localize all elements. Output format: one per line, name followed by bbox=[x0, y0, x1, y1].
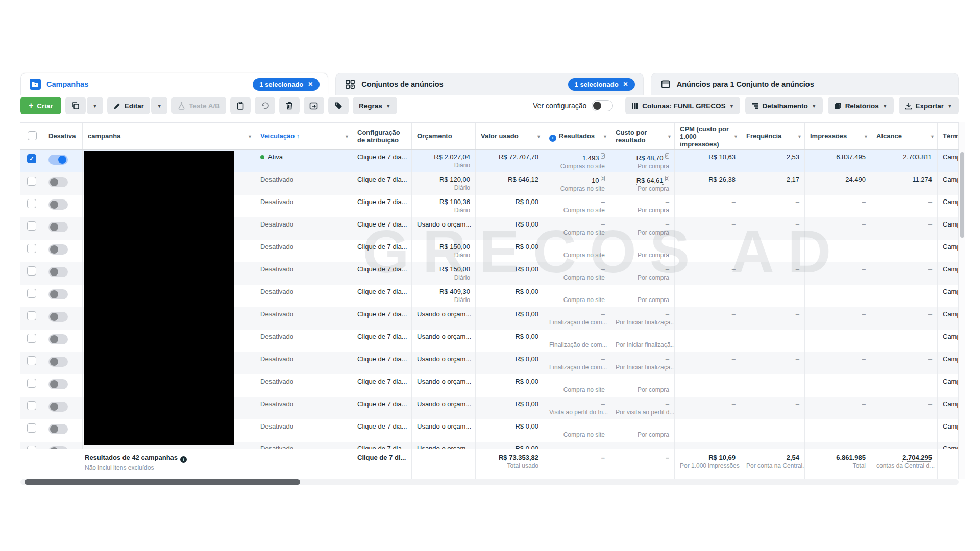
cell-value: – bbox=[928, 445, 932, 449]
import-export-button[interactable] bbox=[304, 97, 324, 114]
row-checkbox[interactable] bbox=[27, 334, 36, 343]
clear-selection-icon[interactable]: ✕ bbox=[308, 81, 313, 88]
vertical-scrollbar[interactable] bbox=[959, 122, 965, 479]
row-checkbox[interactable] bbox=[27, 379, 36, 388]
rules-button[interactable]: Regras ▼ bbox=[353, 97, 397, 114]
header-veiculacao[interactable]: Veiculação ↑▼ bbox=[255, 123, 352, 149]
vertical-scrollbar-thumb[interactable] bbox=[960, 152, 964, 238]
row-checkbox[interactable]: ✓ bbox=[27, 154, 36, 163]
row-toggle-cell bbox=[43, 217, 83, 240]
row-checkbox[interactable] bbox=[27, 221, 36, 231]
header-config[interactable]: Configuração de atribuição bbox=[352, 123, 412, 149]
view-setup-toggle[interactable] bbox=[592, 100, 613, 111]
row-toggle-cell bbox=[43, 262, 83, 285]
impressions-cell: – bbox=[805, 307, 871, 330]
campaign-toggle[interactable] bbox=[48, 402, 68, 412]
tab-conjuntos[interactable]: Conjuntos de anúncios 1 selecionado ✕ bbox=[335, 73, 643, 95]
row-checkbox[interactable] bbox=[27, 199, 36, 208]
duplicate-dropdown-button[interactable]: ▼ bbox=[87, 97, 103, 114]
tab-anuncios[interactable]: Anúncios para 1 Conjunto de anúncios bbox=[651, 73, 959, 95]
info-icon[interactable]: i bbox=[549, 135, 556, 142]
campaign-toggle[interactable] bbox=[48, 177, 68, 187]
header-alcance[interactable]: Alcance▼ bbox=[871, 123, 938, 149]
sort-caret-icon[interactable]: ▼ bbox=[345, 133, 349, 141]
cell-value[interactable]: R$ 64,61 bbox=[636, 177, 664, 185]
campaign-toggle[interactable] bbox=[48, 244, 68, 255]
row-checkbox[interactable] bbox=[27, 401, 36, 410]
reports-button[interactable]: Relatórios ▼ bbox=[828, 97, 894, 114]
cell-value: – bbox=[796, 288, 799, 295]
cell-value: R$ 150,00 bbox=[439, 243, 470, 251]
cell-value: Usando o orçam... bbox=[417, 378, 471, 385]
horizontal-scrollbar[interactable] bbox=[20, 479, 959, 485]
campaign-toggle[interactable] bbox=[48, 222, 68, 232]
undo-button[interactable] bbox=[255, 97, 275, 114]
select-all-checkbox[interactable] bbox=[28, 131, 37, 140]
header-orcamento[interactable]: Orçamento bbox=[412, 123, 476, 149]
clear-selection-icon[interactable]: ✕ bbox=[623, 81, 628, 88]
cell-value[interactable]: 1.493 bbox=[582, 154, 599, 162]
sort-caret-icon[interactable]: ▼ bbox=[797, 133, 802, 141]
cpm-cell: – bbox=[675, 240, 741, 262]
sort-caret-icon[interactable]: ▼ bbox=[864, 133, 868, 141]
horizontal-scrollbar-thumb[interactable] bbox=[24, 479, 300, 485]
row-toggle-cell bbox=[43, 397, 83, 419]
info-icon[interactable]: i bbox=[180, 456, 187, 463]
cell-value: Usando o orçam... bbox=[417, 400, 471, 408]
sort-caret-icon[interactable]: ▼ bbox=[667, 133, 672, 141]
campaign-toggle[interactable] bbox=[48, 267, 68, 277]
row-checkbox[interactable] bbox=[27, 356, 36, 365]
sort-caret-icon[interactable]: ▼ bbox=[536, 133, 541, 141]
duplicate-button[interactable] bbox=[65, 97, 86, 114]
sort-caret-icon[interactable]: ▼ bbox=[248, 133, 252, 141]
campaign-toggle[interactable] bbox=[48, 199, 68, 210]
clipboard-button[interactable] bbox=[230, 97, 251, 114]
attribution-cell: Clique de 7 dia... bbox=[352, 217, 412, 240]
campaign-toggle[interactable] bbox=[48, 312, 68, 322]
cell-value[interactable]: 10 bbox=[592, 177, 599, 185]
delivery-status-cell: Desativado bbox=[255, 285, 352, 307]
header-termino[interactable]: Térmi bbox=[938, 123, 959, 149]
header-cpm[interactable]: CPM (custo por 1.000 impressões)▼ bbox=[675, 123, 741, 149]
campaign-toggle[interactable] bbox=[48, 424, 68, 434]
tag-button[interactable] bbox=[328, 97, 349, 114]
columns-button[interactable]: Colunas: FUNIL GRECOS ▼ bbox=[625, 97, 740, 114]
delete-button[interactable] bbox=[279, 97, 300, 114]
sort-caret-icon[interactable]: ▼ bbox=[733, 133, 738, 141]
header-campanha[interactable]: campanha▼ bbox=[83, 123, 255, 149]
campaign-toggle[interactable] bbox=[48, 289, 68, 299]
row-checkbox[interactable] bbox=[27, 266, 36, 276]
header-impressoes[interactable]: Impressões▼ bbox=[805, 123, 871, 149]
cell-sublabel: Compras no site bbox=[549, 185, 605, 192]
row-checkbox[interactable] bbox=[27, 244, 36, 253]
campaign-toggle[interactable] bbox=[48, 334, 68, 344]
export-button[interactable]: Exportar ▼ bbox=[899, 97, 959, 114]
summary-alcance: 2.704.295contas da Central d... bbox=[871, 449, 938, 479]
tab-campanhas[interactable]: Campanhas 1 selecionado ✕ bbox=[20, 73, 328, 95]
ab-test-button[interactable]: Teste A/B bbox=[172, 97, 226, 114]
header-toggle[interactable]: Desativa bbox=[43, 123, 83, 149]
header-valor[interactable]: Valor usado▼ bbox=[476, 123, 544, 149]
row-checkbox[interactable] bbox=[27, 423, 36, 433]
end-date-cell: Campa bbox=[938, 217, 959, 240]
campaign-toggle[interactable] bbox=[48, 155, 68, 165]
breakdown-button[interactable]: Detalhamento ▼ bbox=[745, 97, 822, 114]
edit-button[interactable]: Editar bbox=[107, 97, 150, 114]
edit-dropdown-button[interactable]: ▼ bbox=[151, 97, 167, 114]
sort-caret-icon[interactable]: ▼ bbox=[603, 133, 607, 141]
campaign-toggle[interactable] bbox=[48, 379, 68, 389]
header-resultados[interactable]: iResultados▼ bbox=[544, 123, 610, 149]
header-custo[interactable]: Custo por resultado▼ bbox=[610, 123, 675, 149]
reach-cell: – bbox=[871, 352, 938, 374]
row-select-cell bbox=[20, 419, 43, 442]
row-checkbox[interactable] bbox=[27, 311, 36, 320]
header-frequencia[interactable]: Frequência▼ bbox=[741, 123, 805, 149]
frequency-cell: – bbox=[741, 330, 805, 352]
campaign-toggle[interactable] bbox=[48, 357, 68, 367]
row-checkbox[interactable] bbox=[27, 289, 36, 298]
reach-link[interactable]: 2.704.295 bbox=[902, 454, 932, 462]
sort-caret-icon[interactable]: ▼ bbox=[930, 133, 935, 141]
cell-value[interactable]: R$ 48,70 bbox=[636, 154, 664, 162]
create-button[interactable]: + Criar bbox=[20, 97, 61, 114]
row-checkbox[interactable] bbox=[27, 177, 36, 186]
